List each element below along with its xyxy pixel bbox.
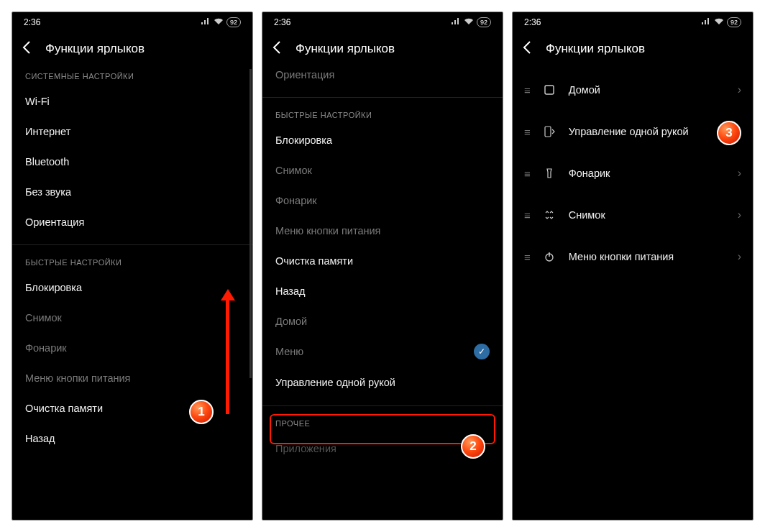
row-back[interactable]: Назад xyxy=(12,423,252,454)
app-header: Функции ярлыков xyxy=(12,32,252,69)
flashlight-icon xyxy=(543,168,556,179)
row-back[interactable]: Назад xyxy=(262,276,503,306)
status-bar: 2:36 92 xyxy=(513,12,753,32)
phone-screen-2: 2:36 92 Функции ярлыков Ориентация БЫСТР… xyxy=(262,12,503,520)
row-power-menu[interactable]: Меню кнопки питания xyxy=(12,363,252,393)
reorder-label: Управление одной рукой xyxy=(569,126,725,137)
row-screenshot[interactable]: Снимок xyxy=(262,155,503,185)
back-icon[interactable] xyxy=(523,41,531,56)
reorder-row-screenshot[interactable]: ≡ Снимок › xyxy=(513,194,753,236)
content-list: СИСТЕМНЫЕ НАСТРОЙКИ Wi-Fi Интернет Bluet… xyxy=(12,69,252,454)
row-orientation-cut[interactable]: Ориентация xyxy=(262,69,503,90)
back-icon[interactable] xyxy=(22,41,31,56)
row-mute[interactable]: Без звука xyxy=(12,177,252,207)
wifi-icon xyxy=(714,17,724,27)
section-other: ПРОЧЕЕ xyxy=(262,406,503,434)
battery-pill: 92 xyxy=(727,17,741,27)
check-icon: ✓ xyxy=(474,344,490,359)
section-quick: БЫСТРЫЕ НАСТРОЙКИ xyxy=(262,98,503,125)
signal-icon xyxy=(701,17,711,27)
chevron-right-icon: › xyxy=(738,250,741,263)
row-lock[interactable]: Блокировка xyxy=(12,272,252,303)
row-one-hand[interactable]: Управление одной рукой xyxy=(262,367,503,398)
signal-icon xyxy=(451,17,461,27)
reorder-row-flashlight[interactable]: ≡ Фонарик › xyxy=(513,152,753,194)
status-time: 2:36 xyxy=(274,17,290,27)
reorder-row-power-menu[interactable]: ≡ Меню кнопки питания › xyxy=(513,236,753,278)
app-header: Функции ярлыков xyxy=(513,32,753,69)
section-quick: БЫСТРЫЕ НАСТРОЙКИ xyxy=(12,245,252,272)
phone-screen-3: 2:36 92 Функции ярлыков ≡ Домой › ≡ Упра… xyxy=(512,12,753,520)
screenshot-icon xyxy=(543,209,556,221)
row-one-hand-label: Управление одной рукой xyxy=(275,377,395,388)
section-system: СИСТЕМНЫЕ НАСТРОЙКИ xyxy=(12,69,252,86)
row-ram-clean[interactable]: Очистка памяти xyxy=(12,393,252,423)
battery-pill: 92 xyxy=(226,17,241,27)
drag-handle-icon[interactable]: ≡ xyxy=(524,168,530,180)
row-ram-clean[interactable]: Очистка памяти xyxy=(262,246,503,276)
reorder-label: Меню кнопки питания xyxy=(569,251,725,262)
page-title: Функции ярлыков xyxy=(45,42,145,56)
reorder-list: ≡ Домой › ≡ Управление одной рукой › ≡ Ф… xyxy=(513,69,753,278)
status-bar: 2:36 92 xyxy=(262,12,503,32)
row-power-menu[interactable]: Меню кнопки питания xyxy=(262,216,503,246)
status-bar: 2:36 92 xyxy=(12,12,252,32)
page-title: Функции ярлыков xyxy=(296,42,395,56)
reorder-label: Фонарик xyxy=(569,168,725,179)
row-orientation[interactable]: Ориентация xyxy=(12,207,252,237)
step-marker-2: 2 xyxy=(461,434,485,459)
chevron-right-icon: › xyxy=(738,167,741,180)
home-icon xyxy=(543,84,556,96)
status-time: 2:36 xyxy=(24,17,40,27)
row-menu-label: Меню xyxy=(275,346,303,357)
wifi-icon xyxy=(214,17,224,27)
app-header: Функции ярлыков xyxy=(262,32,503,69)
row-menu[interactable]: Меню ✓ xyxy=(262,336,503,367)
row-flashlight[interactable]: Фонарик xyxy=(262,185,503,216)
reorder-label: Домой xyxy=(569,84,725,96)
battery-pill: 92 xyxy=(477,17,491,27)
page-title: Функции ярлыков xyxy=(546,42,645,56)
row-wifi[interactable]: Wi-Fi xyxy=(12,86,252,116)
status-time: 2:36 xyxy=(524,17,541,27)
step-marker-1: 1 xyxy=(189,400,214,424)
wifi-icon xyxy=(464,17,474,27)
step-marker-3: 3 xyxy=(717,121,741,145)
reorder-label: Снимок xyxy=(569,209,725,221)
reorder-row-home[interactable]: ≡ Домой › xyxy=(513,69,753,111)
one-hand-icon xyxy=(543,126,556,137)
status-right: 92 xyxy=(701,17,741,27)
scroll-up-arrow-icon xyxy=(226,299,229,414)
status-right: 92 xyxy=(451,17,491,27)
signal-icon xyxy=(201,17,211,27)
drag-handle-icon[interactable]: ≡ xyxy=(524,126,530,138)
svg-rect-0 xyxy=(545,86,554,94)
scrollbar[interactable] xyxy=(249,69,252,378)
row-bluetooth[interactable]: Bluetooth xyxy=(12,147,252,177)
drag-handle-icon[interactable]: ≡ xyxy=(524,84,530,96)
svg-rect-1 xyxy=(545,127,551,137)
chevron-right-icon: › xyxy=(738,83,741,96)
row-lock[interactable]: Блокировка xyxy=(262,125,503,155)
power-icon xyxy=(543,251,556,262)
chevron-right-icon: › xyxy=(738,208,741,221)
drag-handle-icon[interactable]: ≡ xyxy=(524,251,530,263)
row-internet[interactable]: Интернет xyxy=(12,116,252,147)
row-flashlight[interactable]: Фонарик xyxy=(12,333,252,363)
back-icon[interactable] xyxy=(272,41,281,56)
status-right: 92 xyxy=(201,17,241,27)
row-home[interactable]: Домой xyxy=(262,306,503,336)
row-screenshot[interactable]: Снимок xyxy=(12,303,252,333)
drag-handle-icon[interactable]: ≡ xyxy=(524,209,530,221)
content-list: Ориентация БЫСТРЫЕ НАСТРОЙКИ Блокировка … xyxy=(262,69,503,454)
phone-screen-1: 2:36 92 Функции ярлыков СИСТЕМНЫЕ НАСТРО… xyxy=(12,12,253,520)
